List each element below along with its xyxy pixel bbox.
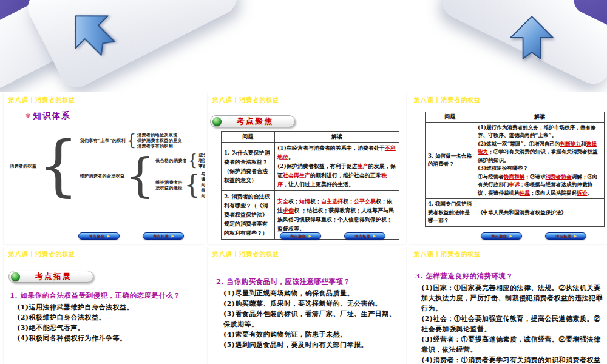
nav-button-focus[interactable]: 考点聚焦 ▶ — [481, 232, 522, 240]
tree-leaf: 向有关行政部门申诉 — [201, 182, 205, 187]
answer-list: (1)国家：①国家要完善相应的法律、法规。②执法机关要加大执法力度，严厉打击、制… — [421, 283, 603, 364]
text-run: 的顺利进行，维护社会的正常 — [310, 172, 381, 178]
highlighted-term: 仲裁 — [520, 190, 530, 196]
tree-brace: { — [188, 153, 198, 168]
text-run: (1)履行作为消费者的义务；维护市场秩序，做有修养、守秩序、道德高尚的“上帝”。 — [478, 124, 596, 139]
answer-line: (2)社会：①社会要加强宣传教育，提高公民道德素质。②社会要加强舆论监督。 — [421, 314, 603, 334]
highlighted-term: 知情 — [299, 198, 310, 204]
text-run: ；②学习有关消费的知识，掌握有关消费者权益保护的知识。 — [478, 149, 598, 163]
highlighted-term: 安全 — [277, 198, 288, 204]
slide-exam-focus-1: 第八课 | 消费者的权益 考点聚焦 问题 解读 1. 为什么要保护消费者的合法权… — [208, 92, 406, 244]
slide-nav: 考点聚焦 ▶ 考点拓展 ▶ — [208, 232, 406, 240]
text-run: (3)维权途径有哪些？ — [478, 165, 528, 171]
tree-brace: { — [126, 133, 137, 148]
tree-leaf: 成为“文明”的上帝 — [198, 152, 205, 158]
slide-nav: 考点聚焦 ▶ 考点拓展 ▶ — [4, 232, 205, 240]
answer-cell: (1)履行作为消费者的义务；维护市场秩序，做有修养、守秩序、道德高尚的“上帝”。… — [475, 122, 605, 199]
table-row: 1. 为什么要保护消费者的合法权益？（保护消费者合法权益的意义） (1)在经营者… — [222, 143, 399, 191]
table-header-interpretation: 解读 — [475, 112, 605, 123]
knowledge-tree: 消费者的权益 { 我们享有“上帝”的权利 { 消费者的地位及表现 保护消费者权益… — [10, 131, 205, 201]
tree-branch-label: 维护消费者的合法权益 — [80, 173, 125, 178]
answer-line: (1)尽量到正规商场购物，确保食品质量。 — [223, 288, 402, 298]
table-header-question: 问题 — [426, 112, 475, 123]
slide-nav: 考点聚焦 ▶ 考点拓展 ▶ — [409, 232, 607, 240]
tree-leaf: 掌握消费知识和法律知识 — [198, 163, 205, 169]
text-run: 《中华人民共和国消费者权益保护法》 — [478, 209, 566, 215]
nav-arrow-icon: ▶ — [171, 234, 174, 238]
tree-leaf: 与经营者协商和解 — [201, 171, 205, 177]
tree-branch-label: 维护消费者合法权益的途径 — [155, 180, 183, 190]
highlighted-term: 申诉 — [509, 181, 520, 187]
answer-cell: (1)在经营者与消费者的关系中，消费者处于不利地位。(2)保护消费者权益，有利于… — [275, 143, 399, 191]
white-tile-left — [22, 0, 242, 92]
table-row: 4. 我国专门保护消费者权益的法律是哪一部？ 《中华人民共和国消费者权益保护法》 — [426, 199, 605, 227]
text-run: 权 ；结社权；获得教育权；人格尊严与民族风俗习惯获得尊重权；个人信息得到保护权；… — [277, 207, 394, 232]
answer-line: (5)遇到问题食品时，要及时向有关部门举报。 — [223, 340, 402, 350]
exam-focus-table-continued: 问题 解读 3. 如何做一名合格的消费者？ (1)履行作为消费者的义务；维护市场… — [425, 112, 605, 227]
table-header-question: 问题 — [222, 132, 275, 143]
highlighted-term: 判断能力 — [560, 141, 581, 147]
slide-header: 第八课 | 消费者的权益 — [8, 96, 75, 104]
highlighted-term: 诉讼 — [577, 190, 587, 196]
highlighted-term: 求偿 — [283, 207, 294, 214]
question-cell: 3. 如何做一名合格的消费者？ — [426, 122, 475, 199]
slide-header: 第八课 | 消费者的权益 — [8, 250, 75, 258]
nav-button-expand[interactable]: 考点拓展 ▶ — [545, 232, 586, 240]
tree-brace: { — [126, 153, 155, 197]
tree-leaf: 消费者的地位及表现 — [137, 132, 182, 138]
slide-exam-expansion-q2: 第八课 | 消费者的权益 2. 当你购买食品时，应该注意哪些事项？ (1)尽量到… — [208, 246, 406, 364]
answer-line: (4)消费者：①消费者要学习有关消费的知识和消费者权益保护的知识，增强判断能力和… — [421, 355, 603, 364]
answer-cell: 《中华人民共和国消费者权益保护法》 — [475, 199, 605, 227]
nav-arrow-icon: ▶ — [574, 234, 577, 238]
answer-line: (3)绝不能忍气吞声。 — [17, 323, 199, 333]
answer-list: (1)尽量到正规商场购物，确保食品质量。(2)购买蔬菜、瓜果时，要选择新鲜的、无… — [223, 288, 402, 350]
highlighted-term: 自主选择 — [321, 198, 343, 204]
answer-line: (3)经营者：①要提高道德素质，诚信经营。②要增强法律意识，依法经营。 — [421, 334, 603, 355]
question-cell: 1. 为什么要保护消费者的合法权益？（保护消费者合法权益的意义） — [222, 143, 275, 191]
text-run: 。 — [288, 154, 294, 160]
table-header-interpretation: 解读 — [275, 132, 399, 143]
nav-arrow-icon: ▶ — [373, 234, 376, 238]
tree-leaf: 增强判断能力和选择能力 — [198, 158, 205, 163]
answer-line: (4)索要有效的购物凭证，防患于未然。 — [223, 329, 402, 340]
exam-expansion-badge: 考点拓展 — [8, 271, 93, 283]
tree-brace: { — [37, 135, 79, 197]
question-1: 1. 如果你的合法权益受到侵犯，正确的态度是什么？ — [10, 291, 181, 300]
text-run: ；⑤向人民法院提起 — [530, 190, 577, 196]
nav-button-expand[interactable]: 考点拓展 ▶ — [344, 232, 385, 240]
answer-line: (1)国家：①国家要完善相应的法律、法规。②执法机关要加大执法力度，严厉打击、制… — [421, 283, 603, 314]
answer-line: (4)积极同各种侵权行为作斗争等。 — [17, 333, 199, 343]
tree-leaf: 保护消费者权益的意义 — [137, 138, 182, 143]
flower-bullet-icon: ✾ — [25, 113, 30, 119]
highlighted-term: 社会再生产 — [283, 172, 310, 178]
nav-button-focus[interactable]: 考点聚焦 ▶ — [78, 232, 120, 240]
nav-button-focus[interactable]: 考点聚焦 ▶ — [280, 232, 321, 240]
slide-exam-focus-2: 第八课 | 消费者的权益 问题 解读 3. 如何做一名合格的消费者？ (1)履行… — [409, 92, 607, 244]
answer-line: (2)积极维护自身合法权益。 — [17, 312, 199, 323]
nav-arrow-icon: ▶ — [509, 234, 512, 238]
exam-focus-table: 问题 解读 1. 为什么要保护消费者的合法权益？（保护消费者合法权益的意义） (… — [221, 131, 399, 240]
text-run: (1)在经营者与消费者的关系中，消费者处于 — [277, 145, 385, 151]
slide-header: 第八课 | 消费者的权益 — [212, 250, 279, 258]
slide-exam-expansion-q3: 第八课 | 消费者的权益 3. 怎样营造良好的消费环境？ (1)国家：①国家要完… — [409, 246, 607, 364]
text-run: 权； — [343, 198, 354, 204]
answer-line: (1)运用法律武器维护自身合法权益。 — [17, 302, 199, 312]
green-ball-icon — [212, 117, 222, 126]
tree-root: 消费者的权益 — [10, 163, 36, 169]
nav-button-expand[interactable]: 考点拓展 ▶ — [143, 232, 184, 240]
text-run: 权； — [310, 198, 321, 204]
tree-leaf: 向人民法院提起诉讼 — [201, 193, 205, 198]
arrow-up-icon — [510, 16, 554, 59]
nav-arrow-icon: ▶ — [308, 234, 311, 238]
text-run: (2)保护消费者权益，有利于促进 — [277, 163, 358, 169]
slide-header: 第八课 | 消费者的权益 — [414, 96, 481, 104]
answer-line: (3)看食品外包装的标识，看清厂家、厂址、生产日期、保质期等。 — [223, 309, 402, 329]
green-ball-icon — [11, 272, 20, 281]
tree-leaf: 根据与经营者达成的仲裁协议，提请仲裁机构仲裁 — [201, 187, 205, 193]
text-run: 权； — [288, 198, 299, 204]
tree-branch-label: 我们享有“上帝”的权利 — [80, 138, 126, 143]
text-run: ①与经营者 — [478, 174, 504, 180]
text-run: 。 — [587, 190, 592, 196]
question-3: 3. 怎样营造良好的消费环境？ — [415, 272, 514, 281]
knowledge-system-heading: ✾ 知识体系 — [25, 110, 70, 121]
